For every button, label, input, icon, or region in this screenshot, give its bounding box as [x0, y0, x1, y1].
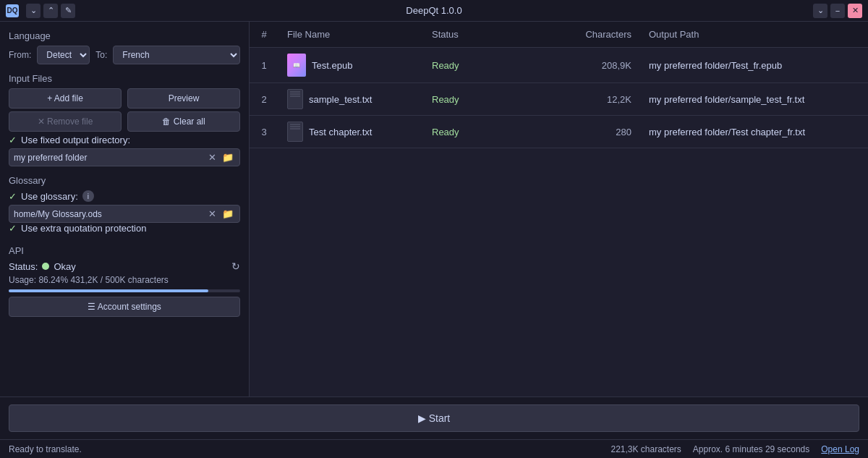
- cell-filename: Test chapter.txt: [278, 116, 423, 148]
- api-status-row: Status: Okay ↻: [9, 260, 240, 272]
- cell-status: Ready: [423, 116, 553, 148]
- file-buttons-row-1: + Add file Preview: [9, 88, 240, 109]
- table-row[interactable]: 2sample_test.txtReady12,2Kmy preferred f…: [250, 83, 868, 116]
- cell-filename: sample_test.txt: [278, 83, 423, 116]
- to-language-select[interactable]: French English German Spanish Japanese: [113, 46, 240, 64]
- api-status-inner: Status: Okay: [9, 261, 76, 272]
- input-files-section: Input Files + Add file Preview ✕ Remove …: [9, 73, 240, 166]
- app-title: DeepQt 1.0.0: [406, 5, 461, 16]
- use-glossary-row: ✓ Use glossary: i: [9, 190, 240, 202]
- glossary-input-row: ✕ 📁: [9, 205, 240, 223]
- glossary-info-icon[interactable]: i: [82, 190, 94, 202]
- add-file-button[interactable]: + Add file: [9, 88, 122, 109]
- titlebar-up-arrow-button[interactable]: ⌃: [43, 4, 58, 18]
- account-settings-button[interactable]: ☰ Account settings: [9, 297, 240, 317]
- titlebar-chevron-down-button[interactable]: ⌄: [813, 4, 827, 18]
- table-row[interactable]: 1📖Test.epubReady208,9Kmy preferred folde…: [250, 48, 868, 83]
- file-name-cell: 📖Test.epub: [287, 54, 414, 77]
- api-refresh-button[interactable]: ↻: [231, 260, 240, 272]
- api-section-title: API: [9, 245, 240, 256]
- directory-input-row: ✕ 📁: [9, 148, 240, 166]
- table-header-row: # File Name Status Characters Output Pat…: [250, 22, 868, 48]
- use-glossary-label: Use glossary:: [21, 191, 78, 202]
- glossary-path-input[interactable]: [14, 209, 204, 219]
- statusbar-chars-text: 221,3K characters: [610, 444, 681, 454]
- content-area: # File Name Status Characters Output Pat…: [250, 22, 868, 396]
- preview-button[interactable]: Preview: [127, 88, 240, 109]
- table-body: 1📖Test.epubReady208,9Kmy preferred folde…: [250, 48, 868, 148]
- titlebar-window-controls-left: ⌄ ⌃ ✎: [26, 4, 75, 18]
- cell-output: my preferred folder/Test_fr.epub: [640, 48, 868, 83]
- titlebar-down-arrow-button[interactable]: ⌄: [26, 4, 41, 18]
- use-fixed-dir-checkmark: ✓: [9, 135, 17, 145]
- use-fixed-dir-row: ✓ Use fixed output directory:: [9, 135, 240, 145]
- cell-chars: 12,2K: [553, 83, 640, 116]
- cell-filename: 📖Test.epub: [278, 48, 423, 83]
- filename-text: Test.epub: [312, 60, 352, 71]
- start-button[interactable]: ▶ Start: [9, 404, 859, 432]
- directory-browse-button[interactable]: 📁: [221, 150, 235, 164]
- titlebar-left: DQ ⌄ ⌃ ✎: [6, 4, 75, 18]
- cell-output: my preferred folder/Test chapter_fr.txt: [640, 116, 868, 148]
- directory-clear-button[interactable]: ✕: [207, 150, 218, 164]
- extra-quote-row: ✓ Use extra quotation protection: [9, 223, 240, 234]
- start-section: ▶ Start: [0, 396, 868, 439]
- filename-text: sample_test.txt: [309, 94, 372, 105]
- titlebar: DQ ⌄ ⌃ ✎ DeepQt 1.0.0 ⌄ − ✕: [0, 0, 868, 22]
- statusbar-left-text: Ready to translate.: [9, 444, 82, 454]
- cell-num: 3: [250, 116, 278, 148]
- titlebar-close-button[interactable]: ✕: [848, 4, 862, 18]
- table-header: # File Name Status Characters Output Pat…: [250, 22, 868, 48]
- cell-output: my preferred folder/sample_test_fr.txt: [640, 83, 868, 116]
- extra-quote-checkmark: ✓: [9, 223, 17, 234]
- from-language-select[interactable]: Detect: [37, 46, 90, 64]
- extra-quote-label: Use extra quotation protection: [21, 223, 146, 234]
- from-label: From:: [9, 50, 31, 60]
- col-output-header: Output Path: [640, 22, 868, 48]
- table-row[interactable]: 3Test chapter.txtReady280my preferred fo…: [250, 116, 868, 148]
- file-buttons-row-2: ✕ Remove file 🗑 Clear all: [9, 111, 240, 132]
- col-status-header: Status: [423, 22, 553, 48]
- glossary-section-title: Glossary: [9, 175, 240, 186]
- main-layout: Language From: Detect To: French English…: [0, 22, 868, 396]
- api-usage-bar-fill: [9, 289, 208, 292]
- remove-file-button[interactable]: ✕ Remove file: [9, 111, 122, 132]
- input-files-title: Input Files: [9, 73, 240, 84]
- glossary-clear-button[interactable]: ✕: [207, 207, 218, 221]
- api-usage-bar-container: [9, 289, 240, 292]
- col-num-header: #: [250, 22, 278, 48]
- statusbar: Ready to translate. 221,3K characters Ap…: [0, 439, 868, 458]
- col-filename-header: File Name: [278, 22, 423, 48]
- cell-status: Ready: [423, 83, 553, 116]
- language-section-title: Language: [9, 30, 240, 41]
- statusbar-approx-text: Approx. 6 minutes 29 seconds: [693, 444, 809, 454]
- cell-num: 1: [250, 48, 278, 83]
- language-section: Language From: Detect To: French English…: [9, 30, 240, 64]
- glossary-browse-button[interactable]: 📁: [221, 207, 235, 221]
- col-chars-header: Characters: [553, 22, 640, 48]
- app-logo: DQ: [6, 4, 19, 17]
- open-log-link[interactable]: Open Log: [821, 444, 859, 454]
- api-status-value: Okay: [54, 261, 75, 272]
- files-table: # File Name Status Characters Output Pat…: [250, 22, 868, 148]
- titlebar-window-controls-right: ⌄ − ✕: [813, 4, 862, 18]
- cell-status: Ready: [423, 48, 553, 83]
- clear-all-button[interactable]: 🗑 Clear all: [127, 111, 240, 132]
- filename-text: Test chapter.txt: [309, 127, 372, 137]
- use-glossary-checkmark: ✓: [9, 191, 17, 202]
- titlebar-minimize-button[interactable]: −: [830, 4, 845, 18]
- directory-input[interactable]: [14, 153, 204, 163]
- language-row: From: Detect To: French English German S…: [9, 46, 240, 64]
- statusbar-right: 221,3K characters Approx. 6 minutes 29 s…: [610, 444, 859, 454]
- api-status-dot: [42, 263, 49, 270]
- glossary-section: Glossary ✓ Use glossary: i ✕ 📁 ✓ Use ext…: [9, 175, 240, 237]
- cell-chars: 280: [553, 116, 640, 148]
- use-fixed-dir-label: Use fixed output directory:: [21, 135, 130, 145]
- api-usage-chars: 431,2K / 500K characters: [70, 275, 168, 285]
- file-name-cell: sample_test.txt: [287, 89, 414, 109]
- api-section: API Status: Okay ↻ Usage: 86.24% 431,2K …: [9, 245, 240, 317]
- txt-file-icon: [287, 122, 303, 142]
- titlebar-pin-button[interactable]: ✎: [61, 4, 75, 18]
- file-name-cell: Test chapter.txt: [287, 122, 414, 142]
- cell-num: 2: [250, 83, 278, 116]
